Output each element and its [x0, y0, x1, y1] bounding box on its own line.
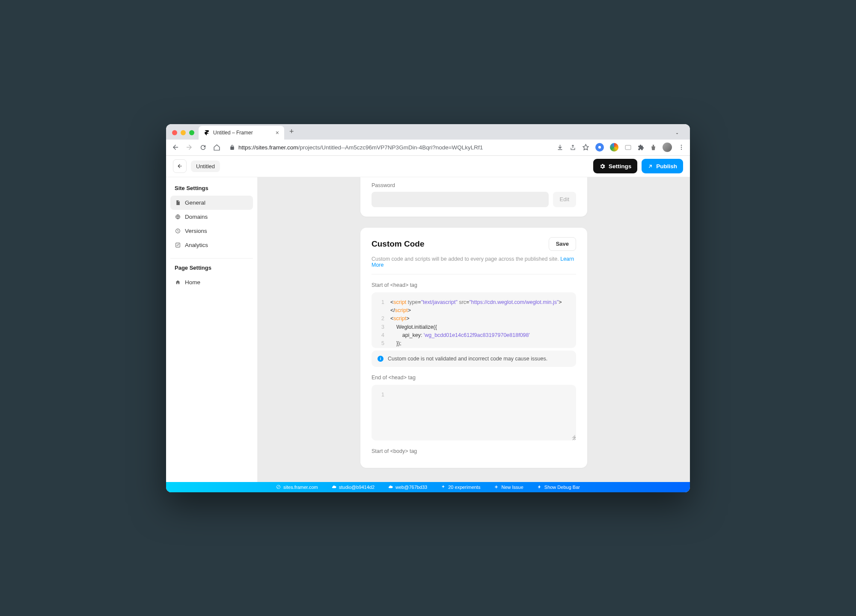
info-icon: i: [377, 356, 383, 362]
tab-bar: Untitled – Framer × +: [166, 124, 690, 140]
chart-icon: [175, 242, 181, 248]
code-label: Start of <head> tag: [372, 282, 576, 288]
gear-icon: [599, 163, 606, 170]
cloud-icon: [388, 485, 393, 489]
custom-code-card: Custom Code Save Custom code and scripts…: [360, 228, 587, 468]
share-icon[interactable]: [570, 144, 576, 151]
framer-favicon-icon: [204, 130, 210, 136]
window-maximize-icon[interactable]: [189, 130, 194, 135]
extension-icon[interactable]: [610, 143, 618, 152]
tab-close-icon[interactable]: ×: [276, 129, 279, 136]
url-bar: https://sites.framer.com/projects/Untitl…: [166, 140, 690, 156]
content-area[interactable]: Password Edit Custom Code Save Custom co…: [258, 177, 690, 482]
svg-point-1: [681, 145, 682, 146]
divider: [170, 258, 253, 259]
debug-web[interactable]: web@767bd33: [388, 485, 427, 490]
traffic-lights: [169, 130, 199, 140]
code-editor-start-head[interactable]: 1<script type="text/javascript" src="htt…: [372, 292, 576, 348]
debug-bar: sites.framer.com studio@b9414d2 web@767b…: [166, 482, 690, 492]
clock-icon: [175, 228, 181, 234]
bookmark-star-icon[interactable]: [582, 144, 589, 151]
sidebar-heading: Page Settings: [170, 265, 253, 275]
extension-icon[interactable]: [624, 144, 632, 151]
circle-slash-icon: [276, 485, 281, 489]
resize-handle-icon[interactable]: ◢: [572, 433, 575, 440]
app-header: Untitled Settings Publish: [166, 156, 690, 177]
sidebar-item-analytics[interactable]: Analytics: [170, 238, 253, 252]
svg-point-2: [681, 147, 682, 148]
debug-new-issue[interactable]: New Issue: [494, 485, 523, 490]
sidebar-heading: Site Settings: [170, 185, 253, 196]
card-title: Custom Code: [372, 239, 425, 249]
extensions-icon[interactable]: [638, 144, 644, 151]
svg-point-3: [681, 149, 682, 149]
arrow-up-right-icon: [648, 164, 653, 169]
field-label: Password: [372, 182, 576, 188]
lightning-icon: [537, 485, 542, 489]
home-button[interactable]: [212, 143, 221, 152]
sidebar: Site Settings General Domains Versions A…: [166, 177, 258, 482]
debug-site[interactable]: sites.framer.com: [276, 485, 318, 490]
browser-tab[interactable]: Untitled – Framer ×: [199, 126, 284, 140]
debug-experiments[interactable]: 20 experiments: [441, 485, 480, 490]
window-minimize-icon[interactable]: [181, 130, 186, 135]
password-card: Password Edit: [360, 177, 587, 217]
save-button[interactable]: Save: [549, 237, 576, 251]
extension-icon[interactable]: [595, 143, 604, 152]
code-label: Start of <body> tag: [372, 448, 576, 454]
document-icon: [175, 199, 181, 205]
lock-icon: [229, 145, 235, 150]
address-field[interactable]: https://sites.framer.com/projects/Untitl…: [226, 144, 551, 151]
card-description: Custom code and scripts will be added to…: [372, 256, 576, 268]
svg-rect-0: [625, 145, 631, 149]
url-actions: [556, 143, 685, 152]
tab-title: Untitled – Framer: [213, 130, 253, 136]
plus-icon: [494, 485, 499, 489]
window-close-icon[interactable]: [172, 130, 177, 135]
tab-overflow-icon[interactable]: [668, 131, 687, 140]
new-tab-button[interactable]: +: [284, 127, 299, 140]
forward-button[interactable]: [185, 143, 193, 152]
sidebar-item-versions[interactable]: Versions: [170, 224, 253, 238]
debug-show-bar[interactable]: Show Debug Bar: [537, 485, 580, 490]
home-icon: [175, 279, 181, 285]
cloud-icon: [332, 485, 336, 489]
divider: [372, 274, 576, 274]
sparkle-icon: [441, 485, 446, 489]
password-input[interactable]: [372, 192, 549, 207]
profile-avatar[interactable]: [663, 143, 672, 152]
info-bar: i Custom code is not validated and incor…: [372, 351, 576, 367]
back-button[interactable]: [173, 159, 187, 173]
globe-icon: [175, 214, 181, 220]
menu-dots-icon[interactable]: [678, 144, 685, 151]
back-button[interactable]: [171, 143, 180, 152]
url-text: https://sites.framer.com/projects/Untitl…: [238, 144, 483, 151]
edit-button[interactable]: Edit: [553, 192, 576, 207]
publish-button[interactable]: Publish: [642, 159, 683, 173]
browser-window: Untitled – Framer × + https://sites.fram…: [166, 124, 690, 492]
sidebar-item-general[interactable]: General: [170, 196, 253, 210]
debug-studio[interactable]: studio@b9414d2: [332, 485, 374, 490]
code-editor-end-head[interactable]: 1 ◢: [372, 385, 576, 440]
settings-button[interactable]: Settings: [593, 159, 637, 173]
code-label: End of <head> tag: [372, 375, 576, 381]
sidebar-item-home[interactable]: Home: [170, 275, 253, 289]
main: Site Settings General Domains Versions A…: [166, 177, 690, 482]
download-icon[interactable]: [556, 144, 564, 151]
extension-icon[interactable]: [650, 144, 657, 151]
sidebar-item-domains[interactable]: Domains: [170, 210, 253, 224]
project-name[interactable]: Untitled: [191, 161, 220, 172]
reload-button[interactable]: [199, 143, 207, 152]
